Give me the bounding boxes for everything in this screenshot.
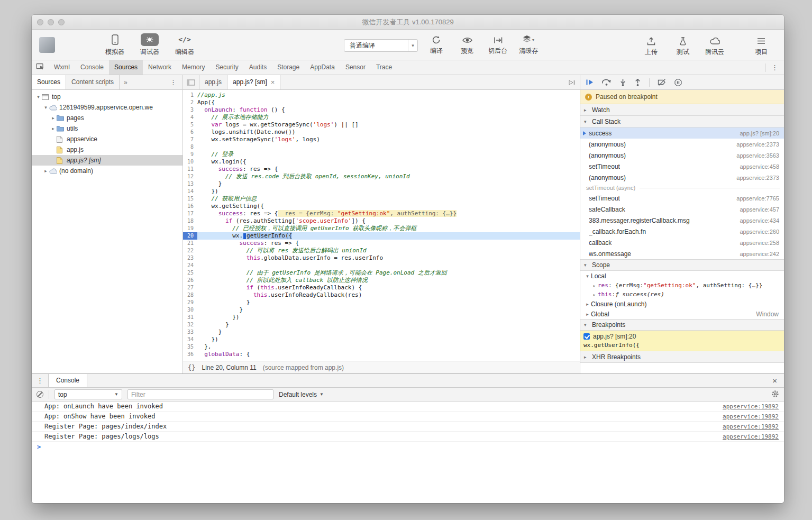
line-number[interactable]: 18: [183, 217, 197, 225]
call-stack-frame[interactable]: (anonymous)appservice:2373: [580, 172, 784, 183]
line-number[interactable]: 7: [183, 136, 197, 143]
tree-disclosure-icon[interactable]: ▾: [42, 105, 49, 110]
line-number[interactable]: 29: [183, 299, 197, 306]
devtools-tab-wxml[interactable]: Wxml: [49, 60, 75, 75]
step-out-button[interactable]: [634, 79, 641, 86]
inspect-element-button[interactable]: [32, 60, 49, 75]
compile-button[interactable]: 编译: [424, 34, 449, 56]
tree-disclosure-icon[interactable]: ▾: [35, 94, 42, 99]
devtools-tab-trace[interactable]: Trace: [371, 60, 397, 75]
devtools-tab-storage[interactable]: Storage: [272, 60, 305, 75]
line-number[interactable]: 10: [183, 158, 197, 166]
devtools-tab-network[interactable]: Network: [143, 60, 177, 75]
line-number[interactable]: 2: [183, 99, 197, 106]
devtools-tab-memory[interactable]: Memory: [177, 60, 210, 75]
tree-item-appservice[interactable]: appservice: [32, 134, 183, 144]
line-number[interactable]: 14: [183, 188, 197, 195]
line-number[interactable]: 30: [183, 306, 197, 314]
compile-mode-dropdown[interactable]: 普通编译 ▾: [344, 39, 418, 52]
devtools-tab-sources[interactable]: Sources: [109, 60, 143, 75]
section-call-stack[interactable]: ▾ Call Stack: [580, 116, 784, 127]
devtools-tab-console[interactable]: Console: [75, 60, 109, 75]
line-number[interactable]: 20: [183, 232, 197, 240]
minimize-window-button[interactable]: [48, 19, 54, 25]
line-number[interactable]: 25: [183, 269, 197, 277]
line-number[interactable]: 12: [183, 173, 197, 180]
line-number[interactable]: 34: [183, 336, 197, 343]
project-button[interactable]: 项目: [749, 35, 773, 57]
close-tab-icon[interactable]: ×: [271, 75, 275, 89]
scope-row[interactable]: ▸res: {errMsg: "getSetting:ok", authSett…: [580, 281, 784, 290]
console-source-link[interactable]: appservice:19892: [723, 433, 779, 440]
line-number[interactable]: 1: [183, 92, 197, 99]
line-number[interactable]: 33: [183, 329, 197, 336]
tab-console[interactable]: Console: [48, 374, 87, 387]
console-source-link[interactable]: appservice:19892: [723, 403, 779, 410]
line-number[interactable]: 32: [183, 321, 197, 329]
simulator-button[interactable]: 模拟器: [102, 33, 128, 57]
step-into-button[interactable]: [619, 79, 626, 86]
line-number[interactable]: 27: [183, 284, 197, 291]
panel-toggle-icon[interactable]: [564, 75, 580, 89]
editor-tab-appjs[interactable]: app.js: [199, 75, 227, 89]
console-settings-button[interactable]: [771, 390, 779, 399]
tree-disclosure-icon[interactable]: ▸: [50, 115, 57, 121]
close-drawer-icon[interactable]: ×: [765, 376, 784, 385]
call-stack-frame[interactable]: safeCallbackappservice:457: [580, 204, 784, 215]
avatar[interactable]: [39, 37, 55, 53]
call-stack-frame[interactable]: (anonymous)appservice:2373: [580, 139, 784, 150]
line-number[interactable]: 19: [183, 225, 197, 232]
upload-button[interactable]: 上传: [639, 35, 663, 57]
line-number[interactable]: 35: [183, 343, 197, 351]
more-tabs-icon[interactable]: »: [120, 79, 132, 86]
scope-row[interactable]: ▸Closure (onLaunch): [580, 299, 784, 309]
console-source-link[interactable]: appservice:19892: [723, 423, 779, 430]
pretty-print-icon[interactable]: {}: [188, 364, 195, 371]
console-source-link[interactable]: appservice:19892: [723, 413, 779, 420]
navigator-toggle-icon[interactable]: [183, 75, 199, 89]
line-number[interactable]: 4: [183, 114, 197, 121]
tab-sources[interactable]: Sources: [32, 75, 66, 89]
zoom-window-button[interactable]: [58, 19, 65, 25]
call-stack-frame[interactable]: successapp.js? [sm]:20: [580, 127, 784, 139]
editor-button[interactable]: </> 编辑器: [171, 33, 198, 57]
tree-disclosure-icon[interactable]: ▸: [42, 168, 49, 174]
pause-on-exceptions-button[interactable]: [674, 79, 682, 86]
debugger-button[interactable]: 调试器: [136, 33, 163, 57]
scope-row[interactable]: ▸this: ƒ success(res): [580, 290, 784, 299]
tree-item-1261949599-appservice-open-we[interactable]: ▾1261949599.appservice.open.we: [32, 102, 183, 113]
console-prompt[interactable]: >: [32, 442, 784, 452]
scope-row[interactable]: ▸GlobalWindow: [580, 309, 784, 319]
section-scope[interactable]: ▾ Scope: [580, 259, 784, 271]
line-number[interactable]: 17: [183, 210, 197, 217]
line-number[interactable]: 3: [183, 106, 197, 114]
devtools-tab-appdata[interactable]: AppData: [305, 60, 340, 75]
close-window-button[interactable]: [37, 19, 43, 25]
line-number[interactable]: 28: [183, 291, 197, 299]
resume-script-button[interactable]: [586, 79, 594, 86]
call-stack-frame[interactable]: _callback.forEach.fnappservice:260: [580, 226, 784, 237]
line-number[interactable]: 23: [183, 254, 197, 262]
line-number[interactable]: 22: [183, 247, 197, 254]
clear-cache-button[interactable]: ▾ 清缓存: [516, 34, 541, 56]
line-number[interactable]: 8: [183, 143, 197, 151]
line-number[interactable]: 31: [183, 314, 197, 321]
line-number[interactable]: 15: [183, 195, 197, 203]
switch-background-button[interactable]: 切后台: [486, 34, 510, 56]
tree-item-pages[interactable]: ▸pages: [32, 113, 183, 123]
preview-button[interactable]: 预览: [455, 34, 479, 56]
line-number[interactable]: 36: [183, 351, 197, 358]
devtools-tab-audits[interactable]: Audits: [244, 60, 272, 75]
more-options-icon[interactable]: ⋮: [765, 63, 784, 71]
line-number[interactable]: 6: [183, 129, 197, 136]
line-number[interactable]: 5: [183, 121, 197, 129]
line-number[interactable]: 24: [183, 262, 197, 269]
tab-content-scripts[interactable]: Content scripts: [66, 75, 120, 89]
call-stack-frame[interactable]: callbackappservice:258: [580, 237, 784, 248]
sidebar-menu-icon[interactable]: ⋮: [164, 78, 183, 86]
scope-row[interactable]: ▾Local: [580, 271, 784, 281]
line-number[interactable]: 16: [183, 203, 197, 210]
breakpoint-checkbox[interactable]: [583, 333, 590, 340]
tencent-cloud-button[interactable]: 腾讯云: [702, 35, 727, 57]
log-levels-dropdown[interactable]: Default levels ▼: [279, 391, 324, 398]
